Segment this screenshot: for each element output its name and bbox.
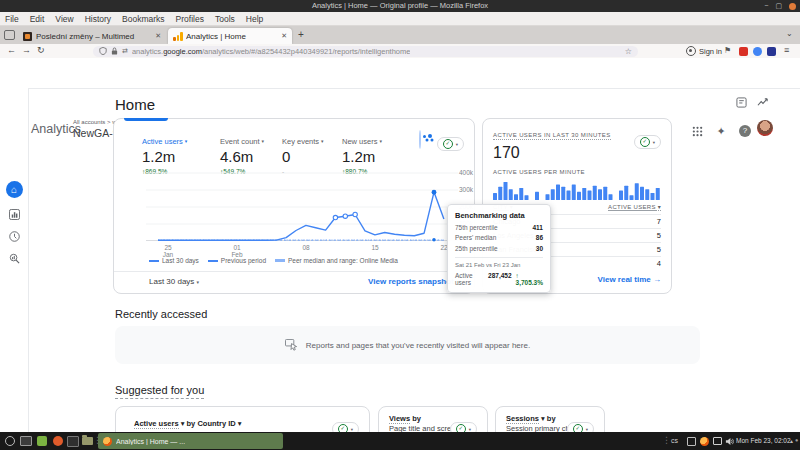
- per-minute-bar-chart[interactable]: [493, 181, 661, 200]
- url-bar[interactable]: ⇄ analytics.google.com/analytics/web/#/a…: [93, 46, 638, 57]
- reload-button[interactable]: ↻: [37, 45, 45, 55]
- metric-name: Active users: [134, 419, 179, 429]
- menu-view[interactable]: View: [55, 14, 73, 24]
- permissions-icon[interactable]: ⇄: [122, 47, 128, 55]
- tooltip-row-75th-percentile: 75th percentile411: [455, 224, 543, 231]
- tab-close-icon[interactable]: ✕: [155, 32, 161, 40]
- task-button-analytics[interactable]: Analytics | Home — ...: [98, 433, 283, 449]
- note-icon[interactable]: [736, 97, 747, 108]
- show-desktop-icon[interactable]: ▲: [789, 438, 794, 444]
- avatar[interactable]: [757, 120, 773, 136]
- sidebar-item-advertising[interactable]: [5, 249, 23, 267]
- lock-icon[interactable]: [111, 47, 118, 55]
- tab-analytics-home[interactable]: Analytics | Home ✕: [168, 28, 292, 44]
- desktop: Analytics | Home — Original profile — Mo…: [0, 0, 800, 450]
- active-users-line-chart[interactable]: [146, 169, 458, 243]
- metric-name: Sessions: [506, 414, 539, 424]
- text-editor-icon[interactable]: [36, 435, 48, 447]
- per-minute-label: ACTIVE USERS PER MINUTE: [493, 169, 585, 175]
- benchmarking-tooltip: Benchmarking data 75th percentile411Peer…: [447, 204, 551, 293]
- chevron-down-icon: ▾: [185, 138, 188, 144]
- chevron-down-icon: ▾: [586, 427, 588, 432]
- y-tick-400k: 400k: [459, 169, 473, 176]
- menu-help[interactable]: Help: [246, 14, 263, 24]
- terminal-icon[interactable]: [67, 435, 79, 447]
- screenshot-tool-icon[interactable]: [20, 435, 32, 447]
- menu-edit[interactable]: Edit: [30, 14, 45, 24]
- legend-swatch: [149, 260, 159, 262]
- tooltip-row-peers-median: Peers' median86: [455, 234, 543, 241]
- minimize-button[interactable]: −: [764, 0, 768, 12]
- volume-icon[interactable]: [723, 435, 735, 447]
- keyboard-layout-indicator[interactable]: cs: [671, 437, 678, 444]
- extension-blue-icon[interactable]: [753, 47, 762, 56]
- clock[interactable]: Mon Feb 23, 02:02: [736, 437, 791, 444]
- tooltip-date-range: Sat 21 Feb vs Fri 23 Jan: [455, 262, 543, 268]
- close-button[interactable]: [789, 3, 796, 10]
- insights-icon[interactable]: [757, 97, 769, 108]
- sidebar-item-explore[interactable]: [5, 227, 23, 245]
- chevron-down-icon: ▾: [469, 427, 471, 432]
- app-menu-icon[interactable]: [4, 435, 16, 447]
- value-cell: 4: [657, 259, 661, 268]
- menu-profiles[interactable]: Profiles: [176, 14, 204, 24]
- view-real-time-link[interactable]: View real time →: [598, 275, 661, 284]
- extension-flag-icon[interactable]: ⚑: [724, 46, 731, 55]
- quality-pill[interactable]: ✓▾: [634, 135, 661, 149]
- chevron-down-icon: ▾: [653, 140, 655, 145]
- empty-state-text: Reports and pages that you've recently v…: [306, 341, 530, 350]
- check-icon: ✓: [443, 139, 453, 149]
- gemini-sparkle-icon[interactable]: ✦: [714, 124, 728, 138]
- menu-history[interactable]: History: [85, 14, 111, 24]
- firefox-signin-button[interactable]: Sign in: [686, 46, 722, 56]
- help-icon[interactable]: ?: [738, 124, 752, 138]
- benchmarking-icon[interactable]: [419, 130, 421, 149]
- metric-value: 1.2m: [142, 148, 212, 165]
- suggested-heading: Suggested for you: [115, 384, 204, 396]
- value-cell: 7: [657, 217, 661, 226]
- tab-posledni-zmeny[interactable]: Poslední změny – Multimed ✕: [18, 28, 166, 44]
- data-quality-pill[interactable]: ✓▾: [634, 129, 661, 149]
- browser-launcher-icon[interactable]: [52, 435, 64, 447]
- tab-label: Poslední změny – Multimed: [36, 32, 151, 41]
- shield-icon[interactable]: [99, 47, 107, 55]
- metric-value: 4.6m: [220, 148, 290, 165]
- quality-pill[interactable]: ✓▾: [437, 137, 464, 151]
- tab-close-icon[interactable]: ✕: [281, 32, 287, 40]
- hamburger-menu-icon[interactable]: ≡: [784, 45, 789, 55]
- sidebar-item-home[interactable]: ⌂: [5, 180, 23, 198]
- firefox-view-icon[interactable]: [4, 30, 15, 40]
- list-tabs-icon[interactable]: ⌄: [786, 29, 793, 38]
- menu-bookmarks[interactable]: Bookmarks: [122, 14, 165, 24]
- tooltip-metric-row: Active users 287,452 ↑ 3,705.3%: [455, 272, 543, 286]
- extension-adblock-icon[interactable]: [739, 47, 748, 56]
- file-manager-icon[interactable]: [81, 435, 93, 447]
- workspace-icon[interactable]: ●: [795, 437, 798, 443]
- active-users-header[interactable]: ACTIVE USERS ▾: [608, 203, 661, 211]
- forward-button[interactable]: →: [22, 45, 31, 55]
- period-selector[interactable]: Last 30 days ▾: [149, 277, 199, 286]
- maximize-button[interactable]: ▢: [775, 0, 782, 12]
- new-tab-button[interactable]: +: [298, 29, 304, 40]
- menu-tools[interactable]: Tools: [215, 14, 235, 24]
- package-tray-icon[interactable]: [685, 435, 697, 447]
- page-title: Home: [115, 96, 155, 113]
- x-tick-08: 08: [294, 244, 318, 251]
- menu-file[interactable]: File: [5, 14, 19, 24]
- window-tray-icon[interactable]: [711, 435, 723, 447]
- overview-card: Active users▾1.2m↑869.5%Event count▾4.6m…: [113, 118, 475, 294]
- apps-grid-icon[interactable]: [690, 124, 704, 138]
- window-titlebar[interactable]: Analytics | Home — Original profile — Mo…: [0, 0, 800, 12]
- sidebar-item-reports[interactable]: [5, 205, 23, 223]
- metric-name: Views: [389, 414, 410, 424]
- chevron-down-icon: ▾: [379, 138, 382, 144]
- extension-navy-icon[interactable]: [767, 47, 776, 56]
- arrow-right-icon: →: [653, 275, 661, 284]
- data-quality-pill[interactable]: ✓▾: [437, 131, 464, 151]
- firefox-tray-icon[interactable]: [698, 435, 710, 447]
- back-button[interactable]: ←: [7, 45, 16, 55]
- ga-favicon: [173, 32, 182, 41]
- bookmark-star-icon[interactable]: ☆: [625, 47, 632, 56]
- browser-tabbar: Poslední změny – Multimed ✕ Analytics | …: [0, 26, 800, 44]
- realtime-value: 170: [493, 144, 520, 162]
